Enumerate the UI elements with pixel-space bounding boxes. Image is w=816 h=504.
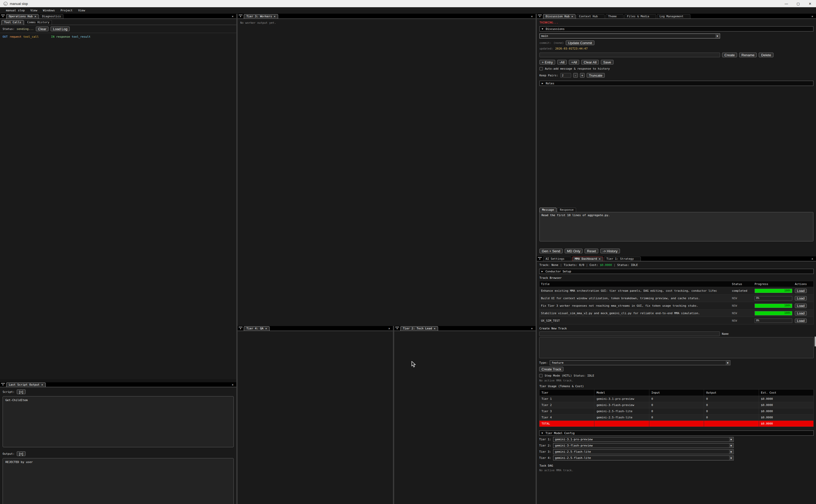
tab-mma-dashboard[interactable]: MMA Dashboard ✕ bbox=[572, 257, 603, 261]
menu-view-1[interactable]: View bbox=[28, 8, 40, 13]
load-log-button[interactable]: Load Log bbox=[51, 27, 70, 31]
tab-close-icon[interactable]: ✕ bbox=[41, 383, 43, 386]
script-label: Script: bbox=[3, 390, 14, 394]
panel-close-icon[interactable]: ✕ bbox=[386, 327, 392, 331]
save-button[interactable]: Save bbox=[601, 60, 613, 64]
plus-all-button[interactable]: +All bbox=[569, 60, 579, 64]
tab-close-icon[interactable]: ✕ bbox=[434, 327, 436, 330]
track-type-select[interactable]: feature ▼ bbox=[550, 360, 730, 365]
md-only-button[interactable]: MD Only bbox=[565, 249, 583, 253]
tab-tier4-qa[interactable]: Tier 4: QA ✕ bbox=[244, 326, 270, 331]
panel-close-icon[interactable]: ✕ bbox=[529, 15, 535, 19]
panel-close-icon[interactable]: ✕ bbox=[810, 257, 815, 261]
tier-usage-row: Tier 2 gemini-3-flash-preview 0 0 $0.000… bbox=[539, 402, 813, 408]
load-track-button[interactable]: Load bbox=[795, 296, 807, 300]
dock-icon[interactable]: ▼ bbox=[239, 15, 243, 18]
discussion-name-input[interactable] bbox=[539, 53, 720, 57]
maximize-button[interactable]: ▢ bbox=[792, 0, 804, 7]
output-text-box[interactable]: REJECTED by user bbox=[3, 458, 234, 504]
new-track-name-input[interactable] bbox=[539, 331, 720, 336]
tab-close-icon[interactable]: ✕ bbox=[265, 327, 267, 330]
tier1-model-select[interactable]: gemini-3.1-pro-preview ▼ bbox=[553, 437, 734, 442]
panel-close-icon[interactable]: ✕ bbox=[529, 327, 535, 331]
script-text-box[interactable]: Get-ChildItem bbox=[3, 396, 234, 447]
keep-pairs-minus-button[interactable]: - bbox=[573, 73, 578, 78]
load-track-button[interactable]: Load bbox=[795, 304, 807, 308]
tab-files-media[interactable]: Files & Media bbox=[624, 14, 656, 19]
tab-close-icon[interactable]: ✕ bbox=[274, 15, 276, 18]
tab-tier2-tech-lead[interactable]: Tier 2: Tech Lead ✕ bbox=[400, 326, 438, 331]
tab-response[interactable]: Response bbox=[557, 208, 576, 212]
subtab-comms-history[interactable]: Comms History bbox=[25, 20, 52, 25]
tab-tier1-strategy[interactable]: Tier 1: Strategy bbox=[604, 257, 641, 261]
output-expand-button[interactable]: [+] bbox=[17, 451, 25, 456]
close-button[interactable]: ✕ bbox=[804, 0, 816, 7]
tab-operations-hub[interactable]: Operations Hub ✕ bbox=[6, 14, 39, 19]
tab-tier3-workers[interactable]: Tier 3: Workers ✕ bbox=[244, 14, 278, 19]
truncate-button[interactable]: Truncate bbox=[587, 73, 605, 78]
add-entry-button[interactable]: + Entry bbox=[539, 60, 555, 64]
conductor-setup-header[interactable]: ▶ Conductor Setup bbox=[539, 269, 814, 274]
panel-close-icon[interactable]: ✕ bbox=[810, 15, 815, 19]
rename-discussion-button[interactable]: Rename bbox=[739, 53, 757, 57]
auto-add-checkbox[interactable] bbox=[539, 67, 543, 70]
tier3-model-select[interactable]: gemini-2.5-flash-lite ▼ bbox=[553, 449, 734, 454]
tier-model-config-header[interactable]: ▼ Tier Model Config bbox=[539, 430, 814, 436]
reset-button[interactable]: Reset bbox=[585, 249, 598, 253]
tab-close-icon[interactable]: ✕ bbox=[571, 15, 573, 18]
clear-button[interactable]: Clear bbox=[36, 27, 49, 31]
discussion-select[interactable]: main ▼ bbox=[539, 34, 720, 38]
tab-close-icon[interactable]: ✕ bbox=[599, 257, 601, 261]
clear-all-button[interactable]: Clear All bbox=[581, 60, 599, 64]
menu-app[interactable]: manual slop bbox=[4, 8, 27, 13]
delete-discussion-button[interactable]: Delete bbox=[759, 53, 773, 57]
keep-pairs-input[interactable] bbox=[560, 73, 571, 78]
status-value: sending... bbox=[17, 27, 34, 31]
menu-windows[interactable]: Windows bbox=[41, 8, 57, 13]
create-track-button[interactable]: Create Track bbox=[539, 367, 563, 371]
tab-theme[interactable]: Theme bbox=[605, 14, 624, 19]
tab-discussion-hub[interactable]: Discussion Hub ✕ bbox=[543, 14, 576, 19]
tab-log-management[interactable]: Log Management bbox=[657, 14, 690, 19]
minus-all-button[interactable]: -All bbox=[557, 60, 567, 64]
dropdown-arrow-icon: ▼ bbox=[726, 361, 730, 365]
dock-icon[interactable]: ▼ bbox=[538, 257, 542, 260]
tab-context-hub[interactable]: Context Hub bbox=[576, 14, 605, 19]
gen-send-button[interactable]: Gen + Send bbox=[539, 249, 563, 253]
load-track-button[interactable]: Load bbox=[795, 319, 807, 323]
dock-icon[interactable]: ▼ bbox=[1, 383, 5, 386]
to-history-button[interactable]: -> History bbox=[600, 249, 620, 253]
tab-last-script-output[interactable]: Last Script Output ✕ bbox=[6, 383, 46, 387]
menu-project[interactable]: Project bbox=[58, 8, 75, 13]
auto-add-label: Auto-add message & response to history bbox=[545, 67, 610, 70]
panel-close-icon[interactable]: ✕ bbox=[230, 383, 235, 387]
create-discussion-button[interactable]: Create bbox=[722, 53, 737, 57]
dock-icon[interactable]: ▼ bbox=[1, 15, 5, 18]
panel-close-icon[interactable]: ✕ bbox=[230, 15, 235, 19]
progress-bar: 100% bbox=[755, 289, 792, 293]
new-track-description-textarea[interactable] bbox=[539, 337, 814, 358]
tab-ai-settings[interactable]: AI Settings bbox=[543, 257, 571, 261]
tier2-model-select[interactable]: gemini-3-flash-preview ▼ bbox=[553, 443, 734, 448]
step-mode-checkbox[interactable] bbox=[539, 374, 543, 377]
tab-message[interactable]: Message bbox=[539, 208, 556, 212]
script-expand-button[interactable]: [+] bbox=[17, 389, 25, 394]
message-textarea[interactable]: Read the first 10 lines of aggregate.py. bbox=[539, 212, 813, 241]
subtab-tool-calls[interactable]: Tool Calls bbox=[2, 20, 24, 25]
dock-icon[interactable]: ▼ bbox=[239, 327, 243, 330]
tab-diagnostics[interactable]: Diagnostics bbox=[39, 14, 63, 19]
tier4-model-select[interactable]: gemini-2.5-flash-lite ▼ bbox=[553, 456, 734, 460]
discussions-section-header[interactable]: ▼ Discussions bbox=[539, 26, 813, 31]
dock-icon[interactable]: ▼ bbox=[395, 327, 399, 330]
tab-close-icon[interactable]: ✕ bbox=[35, 15, 36, 18]
dock-icon[interactable]: ▼ bbox=[538, 15, 542, 18]
keep-pairs-plus-button[interactable]: + bbox=[580, 73, 585, 78]
minimize-button[interactable]: — bbox=[780, 0, 792, 7]
update-commit-button[interactable]: Update Commit bbox=[566, 40, 594, 45]
menu-view-2[interactable]: View bbox=[76, 8, 87, 13]
track-label: Track: bbox=[539, 263, 550, 267]
load-track-button[interactable]: Load bbox=[795, 289, 807, 293]
roles-section-header[interactable]: ▶ Roles bbox=[539, 81, 813, 86]
scrollbar-thumb[interactable] bbox=[815, 337, 816, 346]
load-track-button[interactable]: Load bbox=[795, 311, 807, 315]
